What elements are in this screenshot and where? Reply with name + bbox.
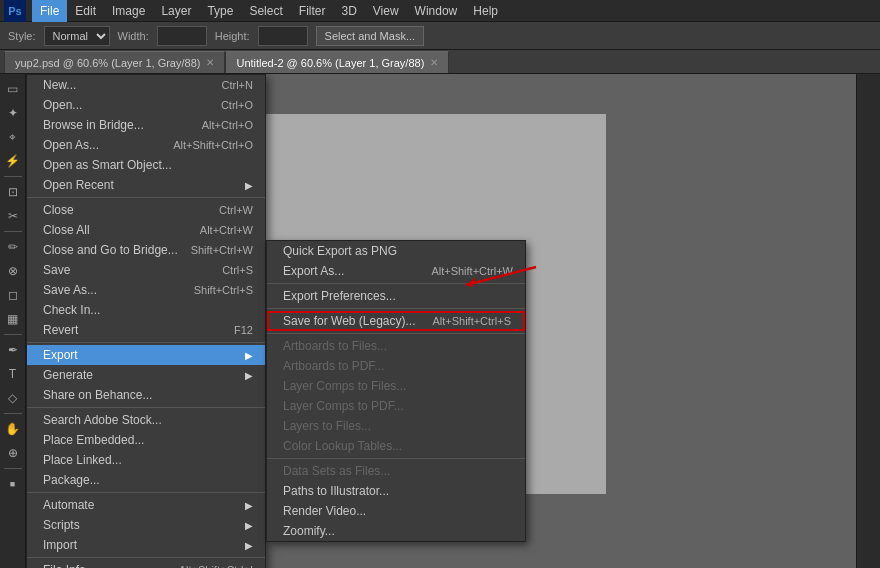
menu-revert[interactable]: RevertF12 xyxy=(27,320,265,340)
submenu-layers-files: Layers to Files... xyxy=(267,416,525,436)
tool-path[interactable]: ◇ xyxy=(2,387,24,409)
menu-search-stock[interactable]: Search Adobe Stock... xyxy=(27,410,265,430)
tool-gradient[interactable]: ▦ xyxy=(2,308,24,330)
menu-layer[interactable]: Layer xyxy=(153,0,199,22)
tab-yup2-label: yup2.psd @ 60.6% (Layer 1, Gray/88) xyxy=(15,57,200,69)
tool-stamp[interactable]: ⊗ xyxy=(2,260,24,282)
tab-yup2[interactable]: yup2.psd @ 60.6% (Layer 1, Gray/88) ✕ xyxy=(4,51,225,73)
menu-open-recent[interactable]: Open Recent▶ xyxy=(27,175,265,195)
tool-move[interactable]: ✦ xyxy=(2,102,24,124)
left-toolbar: ▭ ✦ ⌖ ⚡ ⊡ ✂ ✏ ⊗ ◻ ▦ ✒ T ◇ ✋ ⊕ ■ xyxy=(0,74,26,568)
menu-close[interactable]: CloseCtrl+W xyxy=(27,200,265,220)
submenu-sep-3 xyxy=(267,333,525,334)
tool-crop[interactable]: ⊡ xyxy=(2,181,24,203)
menu-save[interactable]: SaveCtrl+S xyxy=(27,260,265,280)
sep-3 xyxy=(27,407,265,408)
height-label: Height: xyxy=(215,30,250,42)
submenu-data-sets: Data Sets as Files... xyxy=(267,461,525,481)
tool-marquee[interactable]: ▭ xyxy=(2,78,24,100)
tool-separator-3 xyxy=(4,334,22,335)
right-panel xyxy=(856,74,880,568)
submenu-layer-comps-files: Layer Comps to Files... xyxy=(267,376,525,396)
tool-separator-4 xyxy=(4,413,22,414)
menu-help[interactable]: Help xyxy=(465,0,506,22)
sep-5 xyxy=(27,557,265,558)
tool-brush[interactable]: ✏ xyxy=(2,236,24,258)
submenu-render-video[interactable]: Render Video... xyxy=(267,501,525,521)
sep-4 xyxy=(27,492,265,493)
tool-zoom[interactable]: ⊕ xyxy=(2,442,24,464)
menu-close-all[interactable]: Close AllAlt+Ctrl+W xyxy=(27,220,265,240)
menu-type[interactable]: Type xyxy=(199,0,241,22)
tool-lasso[interactable]: ⌖ xyxy=(2,126,24,148)
height-input[interactable] xyxy=(258,26,308,46)
menu-image[interactable]: Image xyxy=(104,0,153,22)
menu-select[interactable]: Select xyxy=(241,0,290,22)
tab-untitled-close[interactable]: ✕ xyxy=(430,57,438,68)
menu-export[interactable]: Export▶ xyxy=(27,345,265,365)
menu-open[interactable]: Open...Ctrl+O xyxy=(27,95,265,115)
submenu-zoomify[interactable]: Zoomify... xyxy=(267,521,525,541)
menu-new[interactable]: New...Ctrl+N xyxy=(27,75,265,95)
menu-open-smart[interactable]: Open as Smart Object... xyxy=(27,155,265,175)
tool-wand[interactable]: ⚡ xyxy=(2,150,24,172)
submenu-paths-illustrator[interactable]: Paths to Illustrator... xyxy=(267,481,525,501)
submenu-artboards-pdf: Artboards to PDF... xyxy=(267,356,525,376)
tool-type[interactable]: T xyxy=(2,363,24,385)
tab-untitled-label: Untitled-2 @ 60.6% (Layer 1, Gray/88) xyxy=(236,57,424,69)
submenu-layer-comps-pdf: Layer Comps to PDF... xyxy=(267,396,525,416)
sep-2 xyxy=(27,342,265,343)
canvas-area: New...Ctrl+N Open...Ctrl+O Browse in Bri… xyxy=(26,74,856,568)
menu-filter[interactable]: Filter xyxy=(291,0,334,22)
tool-fg-bg[interactable]: ■ xyxy=(2,473,24,495)
menu-file-info[interactable]: File Info...Alt+Shift+Ctrl+I xyxy=(27,560,265,568)
tool-separator-5 xyxy=(4,468,22,469)
submenu-color-lookup: Color Lookup Tables... xyxy=(267,436,525,456)
width-input[interactable] xyxy=(157,26,207,46)
menu-open-as[interactable]: Open As...Alt+Shift+Ctrl+O xyxy=(27,135,265,155)
options-bar: Style: Normal Width: Height: Select and … xyxy=(0,22,880,50)
menu-generate[interactable]: Generate▶ xyxy=(27,365,265,385)
menu-window[interactable]: Window xyxy=(407,0,466,22)
menu-place-linked[interactable]: Place Linked... xyxy=(27,450,265,470)
menu-automate[interactable]: Automate▶ xyxy=(27,495,265,515)
menu-close-bridge[interactable]: Close and Go to Bridge...Shift+Ctrl+W xyxy=(27,240,265,260)
tool-hand[interactable]: ✋ xyxy=(2,418,24,440)
menu-browse-bridge[interactable]: Browse in Bridge...Alt+Ctrl+O xyxy=(27,115,265,135)
tab-yup2-close[interactable]: ✕ xyxy=(206,57,214,68)
menu-import[interactable]: Import▶ xyxy=(27,535,265,555)
menu-scripts[interactable]: Scripts▶ xyxy=(27,515,265,535)
main-area: ▭ ✦ ⌖ ⚡ ⊡ ✂ ✏ ⊗ ◻ ▦ ✒ T ◇ ✋ ⊕ ■ New...Ct… xyxy=(0,74,880,568)
tab-untitled[interactable]: Untitled-2 @ 60.6% (Layer 1, Gray/88) ✕ xyxy=(225,51,449,73)
submenu-sep-4 xyxy=(267,458,525,459)
width-label: Width: xyxy=(118,30,149,42)
tool-pen[interactable]: ✒ xyxy=(2,339,24,361)
tab-bar: yup2.psd @ 60.6% (Layer 1, Gray/88) ✕ Un… xyxy=(0,50,880,74)
tool-separator-1 xyxy=(4,176,22,177)
tool-eraser[interactable]: ◻ xyxy=(2,284,24,306)
menu-save-as[interactable]: Save As...Shift+Ctrl+S xyxy=(27,280,265,300)
file-dropdown: New...Ctrl+N Open...Ctrl+O Browse in Bri… xyxy=(26,74,266,568)
submenu-sep-2 xyxy=(267,308,525,309)
menu-view[interactable]: View xyxy=(365,0,407,22)
submenu-save-for-web[interactable]: Save for Web (Legacy)...Alt+Shift+Ctrl+S xyxy=(267,311,525,331)
select-mask-button[interactable]: Select and Mask... xyxy=(316,26,425,46)
menu-check-in[interactable]: Check In... xyxy=(27,300,265,320)
svg-line-0 xyxy=(466,267,536,285)
menu-3d[interactable]: 3D xyxy=(333,0,364,22)
menu-file[interactable]: File xyxy=(32,0,67,22)
ps-logo: Ps xyxy=(4,0,26,22)
menu-edit[interactable]: Edit xyxy=(67,0,104,22)
style-label: Style: xyxy=(8,30,36,42)
red-arrow-annotation xyxy=(446,257,546,292)
tool-separator-2 xyxy=(4,231,22,232)
style-select[interactable]: Normal xyxy=(44,26,110,46)
tool-slice[interactable]: ✂ xyxy=(2,205,24,227)
menu-package[interactable]: Package... xyxy=(27,470,265,490)
menu-place-embedded[interactable]: Place Embedded... xyxy=(27,430,265,450)
submenu-artboards-files: Artboards to Files... xyxy=(267,336,525,356)
menu-bar: Ps File Edit Image Layer Type Select Fil… xyxy=(0,0,880,22)
sep-1 xyxy=(27,197,265,198)
menu-share-behance[interactable]: Share on Behance... xyxy=(27,385,265,405)
